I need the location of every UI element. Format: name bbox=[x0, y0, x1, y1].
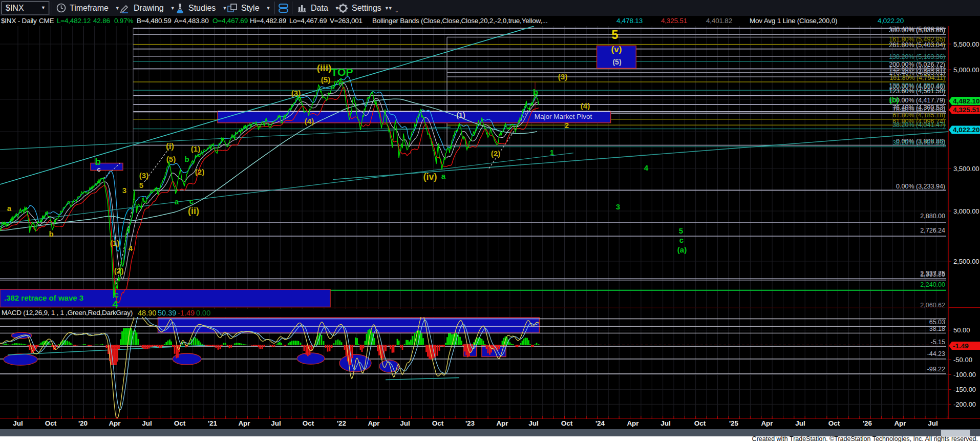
svg-text:5,500.00: 5,500.00 bbox=[953, 40, 979, 48]
svg-text:4: 4 bbox=[112, 298, 118, 310]
svg-text:(iv): (iv) bbox=[423, 172, 437, 182]
svg-text:4,022.20: 4,022.20 bbox=[953, 126, 980, 134]
svg-text:2,240.00: 2,240.00 bbox=[920, 281, 945, 288]
svg-text:Major Market Pivot: Major Market Pivot bbox=[535, 113, 592, 120]
svg-text:2: 2 bbox=[565, 121, 569, 130]
svg-text:-200.00: -200.00 bbox=[953, 401, 976, 408]
svg-text:a: a bbox=[175, 197, 179, 206]
svg-text:(3): (3) bbox=[558, 72, 567, 81]
svg-text:(3): (3) bbox=[139, 171, 148, 180]
svg-text:0.00% (3,233.94): 0.00% (3,233.94) bbox=[896, 183, 945, 190]
svg-text:b: b bbox=[49, 229, 53, 238]
svg-text:3: 3 bbox=[122, 186, 126, 195]
svg-text:c: c bbox=[189, 197, 194, 205]
svg-text:(5): (5) bbox=[612, 58, 621, 66]
svg-text:138.20% (5,163.36): 138.20% (5,163.36) bbox=[889, 53, 945, 60]
svg-text:161.80% (4,794.11): 161.80% (4,794.11) bbox=[889, 74, 945, 81]
svg-text:2,500.00: 2,500.00 bbox=[953, 258, 979, 265]
svg-text:38.20% (3,787.35): 38.20% (3,787.35) bbox=[892, 139, 945, 146]
svg-text:b: b bbox=[184, 155, 189, 163]
svg-text:2,333.85: 2,333.85 bbox=[920, 271, 945, 278]
svg-text:(iii): (iii) bbox=[317, 62, 332, 73]
svg-text:5: 5 bbox=[139, 181, 143, 190]
svg-text:-99.22: -99.22 bbox=[927, 366, 945, 373]
svg-text:4: 4 bbox=[644, 163, 649, 172]
svg-text:c: c bbox=[679, 236, 684, 244]
svg-text:(1): (1) bbox=[456, 111, 465, 119]
svg-text:-1.49: -1.49 bbox=[953, 342, 969, 350]
svg-text:-5.15: -5.15 bbox=[931, 339, 946, 346]
svg-text:c: c bbox=[97, 165, 100, 173]
svg-text:(5): (5) bbox=[321, 75, 330, 84]
svg-text:b: b bbox=[533, 88, 538, 97]
svg-text:(4): (4) bbox=[305, 117, 314, 125]
svg-text:-50.00: -50.00 bbox=[953, 356, 972, 364]
svg-text:38.20% (4,041.47): 38.20% (4,041.47) bbox=[892, 121, 945, 129]
svg-text:(2): (2) bbox=[491, 149, 500, 158]
svg-text:65.03: 65.03 bbox=[929, 319, 945, 326]
svg-text:a: a bbox=[441, 172, 446, 180]
svg-text:TOP: TOP bbox=[331, 66, 353, 78]
svg-text:(a): (a) bbox=[677, 245, 687, 254]
svg-text:4,482.10: 4,482.10 bbox=[953, 97, 980, 105]
svg-text:2,060.62: 2,060.62 bbox=[920, 302, 945, 309]
svg-text:-44.23: -44.23 bbox=[927, 350, 945, 357]
svg-text:50.00: 50.00 bbox=[953, 326, 970, 334]
svg-text:(1): (1) bbox=[110, 239, 119, 247]
svg-text:38.18: 38.18 bbox=[929, 325, 945, 332]
svg-text:-150.00: -150.00 bbox=[953, 386, 976, 393]
svg-text:4,325.51: 4,325.51 bbox=[953, 106, 980, 114]
svg-text:(1): (1) bbox=[191, 144, 200, 153]
svg-text:(ii): (ii) bbox=[188, 206, 199, 216]
svg-text:3: 3 bbox=[616, 202, 620, 211]
svg-text:(2): (2) bbox=[195, 167, 204, 176]
svg-text:2,726.24: 2,726.24 bbox=[920, 227, 945, 234]
svg-text:261.80% (5,403.04): 261.80% (5,403.04) bbox=[889, 41, 945, 49]
svg-text:(4): (4) bbox=[581, 101, 590, 110]
svg-text:.382 retrace of wave 3: .382 retrace of wave 3 bbox=[4, 293, 83, 302]
svg-text:(5): (5) bbox=[166, 155, 176, 163]
svg-text:(i): (i) bbox=[166, 141, 174, 151]
svg-text:300.00% (5,835.65): 300.00% (5,835.65) bbox=[889, 27, 945, 34]
svg-text:4: 4 bbox=[129, 244, 133, 252]
svg-text:(2): (2) bbox=[114, 266, 123, 275]
svg-text:(b): (b) bbox=[889, 95, 899, 104]
svg-text:3,500.00: 3,500.00 bbox=[953, 165, 979, 173]
svg-text:5: 5 bbox=[679, 226, 683, 235]
svg-text:1: 1 bbox=[550, 148, 554, 157]
svg-text:(v): (v) bbox=[611, 45, 622, 54]
svg-text:2,880.00: 2,880.00 bbox=[920, 213, 945, 220]
svg-text:3,000.00: 3,000.00 bbox=[953, 207, 979, 215]
svg-text:5: 5 bbox=[611, 28, 618, 41]
svg-text:-100.00: -100.00 bbox=[953, 371, 976, 378]
svg-text:a: a bbox=[7, 204, 12, 213]
svg-text:123.60% (4,561.50): 123.60% (4,561.50) bbox=[889, 88, 945, 95]
svg-text:(3): (3) bbox=[291, 89, 301, 97]
svg-text:5,000.00: 5,000.00 bbox=[953, 66, 979, 74]
